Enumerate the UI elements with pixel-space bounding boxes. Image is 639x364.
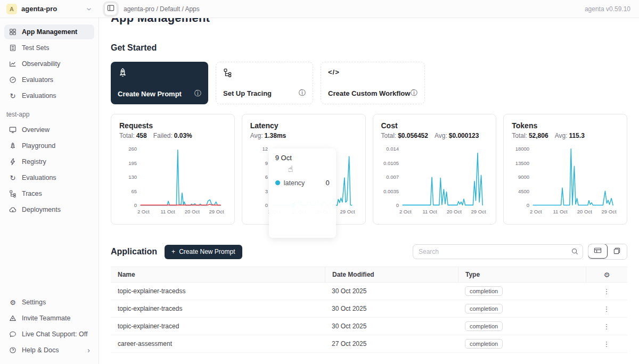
- sidebar-item-live-chat[interactable]: Live Chat Support: Off: [4, 327, 94, 342]
- sidebar-item-label: App Management: [22, 28, 77, 36]
- table-row[interactable]: topic-explainer-traced 30 Oct 2025 compl…: [111, 318, 627, 335]
- svg-text:195: 195: [128, 160, 137, 166]
- requests-line-chart[interactable]: 0651301952602 Oct11 Oct20 Oct29 Oct: [119, 143, 226, 218]
- info-icon[interactable]: ⓘ: [299, 88, 306, 98]
- mouse-cursor-icon: ☝: [288, 164, 293, 174]
- sidebar-item-invite-teammate[interactable]: Invite Teammate: [4, 311, 94, 326]
- svg-text:130: 130: [128, 174, 137, 180]
- row-menu-kebab-icon[interactable]: ⋮: [600, 304, 613, 314]
- sidebar-item-traces[interactable]: Traces: [4, 186, 94, 201]
- sidebar-footer: ⚙ Settings Invite Teammate Live Chat Sup…: [4, 295, 94, 359]
- invite-icon: [9, 315, 17, 322]
- sidebar-item-label: Evaluators: [22, 76, 53, 84]
- tokens-chart-card: Tokens Total:52,806 Avg:115.3 0450090001…: [503, 114, 627, 225]
- svg-text:2 Oct: 2 Oct: [137, 209, 150, 214]
- latency-chart-card: Latency Avg:1.38ms 0369122 Oct11 Oct20 O…: [242, 114, 366, 225]
- chevron-right-icon: ›: [87, 346, 90, 354]
- sidebar-item-app-evaluations[interactable]: ↻ Evaluations: [4, 170, 94, 185]
- table-row[interactable]: career-assessment 27 Oct 2025 completion…: [111, 335, 627, 353]
- svg-text:0: 0: [396, 202, 398, 208]
- info-icon[interactable]: ⓘ: [194, 89, 201, 98]
- sidebar-item-settings[interactable]: ⚙ Settings: [4, 295, 94, 310]
- row-menu-kebab-icon[interactable]: ⋮: [600, 321, 613, 332]
- type-badge: completion: [465, 339, 503, 349]
- sidebar-item-label: Test Sets: [22, 44, 49, 52]
- gear-icon: ⚙: [9, 299, 17, 306]
- column-header-name[interactable]: Name: [111, 267, 325, 282]
- svg-text:3: 3: [265, 188, 268, 194]
- search-input[interactable]: [413, 244, 583, 259]
- sidebar-item-test-sets[interactable]: Test Sets: [4, 40, 94, 55]
- app-name: topic-explainer-tracedss: [111, 287, 325, 295]
- cost-line-chart[interactable]: 00.00350.0070.01050.0142 Oct11 Oct20 Oct…: [381, 143, 488, 218]
- sidebar-item-observability[interactable]: Observability: [4, 56, 94, 71]
- sidebar-item-label: Evaluations: [22, 174, 56, 181]
- row-menu-kebab-icon[interactable]: ⋮: [600, 339, 613, 349]
- breadcrumb[interactable]: agenta-pro / Default / Apps: [124, 5, 200, 13]
- chart-title: Requests: [119, 121, 226, 130]
- search-icon: [571, 247, 579, 258]
- sidebar-item-registry[interactable]: Registry: [4, 154, 94, 169]
- app-name: career-assessment: [111, 340, 325, 348]
- sidebar-item-label: Live Chat Support: Off: [22, 330, 87, 338]
- sidebar-item-app-management[interactable]: App Management: [4, 24, 94, 39]
- svg-text:0.0105: 0.0105: [383, 160, 399, 166]
- trace-tree-icon: [9, 190, 17, 197]
- svg-text:20 Oct: 20 Oct: [185, 209, 200, 214]
- rocket-icon: [9, 142, 17, 150]
- metrics-charts: Requests Total:458 Failed:0.03% 06513019…: [111, 114, 627, 225]
- sidebar-item-overview[interactable]: Overview: [4, 122, 94, 137]
- column-header-type[interactable]: Type: [458, 267, 586, 282]
- latency-tooltip: 9 Oct latency 0: [269, 148, 336, 238]
- type-badge: completion: [465, 286, 503, 296]
- line-chart-icon: [9, 60, 17, 68]
- main-content: App Management Get Started Create New Pr…: [99, 0, 639, 353]
- row-menu-kebab-icon[interactable]: ⋮: [600, 286, 613, 296]
- card-view-button[interactable]: [607, 244, 627, 259]
- svg-text:6: 6: [265, 174, 268, 180]
- panel-left-icon: [107, 4, 114, 14]
- trace-tree-icon: [223, 68, 306, 77]
- sidebar-item-help-docs[interactable]: Help & Docs ›: [4, 343, 94, 358]
- svg-text:9000: 9000: [518, 174, 529, 180]
- svg-text:0: 0: [527, 202, 529, 208]
- table-view-button[interactable]: [588, 244, 608, 259]
- info-icon[interactable]: ⓘ: [411, 88, 417, 98]
- app-name: topic-explainer-traced: [111, 322, 325, 330]
- svg-text:11 Oct: 11 Oct: [422, 209, 437, 214]
- table-settings-gear-icon[interactable]: ⚙: [604, 271, 610, 279]
- sidebar-item-playground[interactable]: Playground: [4, 138, 94, 153]
- sidebar-item-label: Evaluations: [22, 92, 56, 100]
- svg-text:0.0035: 0.0035: [383, 188, 399, 194]
- help-icon: [9, 346, 17, 354]
- svg-text:11 Oct: 11 Oct: [553, 209, 568, 214]
- svg-text:29 Oct: 29 Oct: [340, 209, 355, 214]
- chart-stats: Avg:1.38ms: [250, 132, 357, 139]
- sidebar-item-evaluations[interactable]: ↻ Evaluations: [4, 88, 94, 103]
- column-header-date-modified[interactable]: Date Modified: [325, 267, 458, 282]
- workspace-selector[interactable]: A agenta-pro: [0, 4, 99, 14]
- svg-text:9: 9: [265, 160, 268, 166]
- sidebar-item-deployments[interactable]: Deployments: [4, 202, 94, 217]
- date-modified: 27 Oct 2025: [325, 340, 458, 348]
- sidebar-item-evaluators[interactable]: Evaluators: [4, 72, 94, 87]
- table-row[interactable]: topic-explainer-tracedss 30 Oct 2025 com…: [111, 283, 627, 300]
- sidebar-item-label: Help & Docs: [22, 346, 59, 354]
- workspace-name: agenta-pro: [21, 5, 57, 13]
- create-new-prompt-card[interactable]: Create New Prompt ⓘ: [111, 62, 208, 104]
- sidebar: App Management Test Sets Observability E…: [0, 18, 99, 364]
- set-up-tracing-card[interactable]: Set Up Tracing ⓘ: [216, 62, 313, 104]
- create-custom-workflow-card[interactable]: </> Create Custom Workflow ⓘ: [321, 62, 425, 104]
- tokens-line-chart[interactable]: 04500900013500180002 Oct11 Oct20 Oct29 O…: [512, 143, 619, 218]
- cost-chart-card: Cost Total:$0.056452 Avg:$0.000123 00.00…: [373, 114, 497, 225]
- monitor-icon: [9, 126, 17, 134]
- sidebar-item-label: Overview: [22, 126, 50, 134]
- sidebar-item-label: Invite Teammate: [22, 315, 70, 322]
- create-new-prompt-button[interactable]: + Create New Prompt: [165, 245, 242, 259]
- svg-text:0.014: 0.014: [386, 146, 399, 152]
- sidebar-item-label: Playground: [22, 142, 55, 150]
- table-view-icon: [594, 246, 602, 257]
- sidebar-collapse-button[interactable]: [104, 3, 117, 15]
- table-row[interactable]: topic-explainer-traceds 30 Oct 2025 comp…: [111, 300, 627, 318]
- card-label: Create New Prompt: [118, 90, 182, 98]
